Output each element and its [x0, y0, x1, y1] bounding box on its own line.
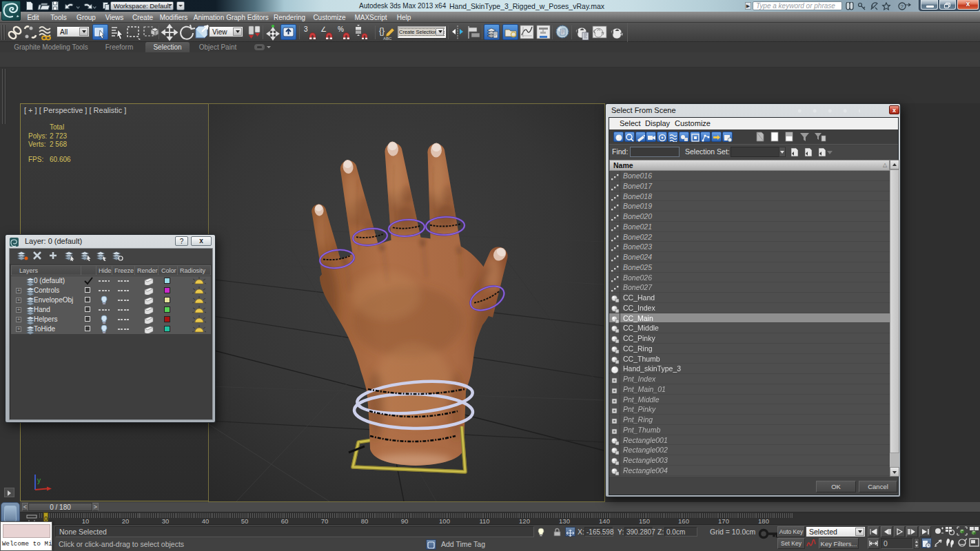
svg-text:{}: {} [379, 26, 385, 36]
svg-text:y: y [37, 477, 41, 484]
svg-text:?: ? [901, 3, 904, 10]
svg-text:ABC: ABC [383, 37, 392, 41]
svg-text:%: % [338, 25, 344, 33]
svg-text:3: 3 [304, 25, 308, 33]
svg-text:∠: ∠ [320, 25, 327, 33]
